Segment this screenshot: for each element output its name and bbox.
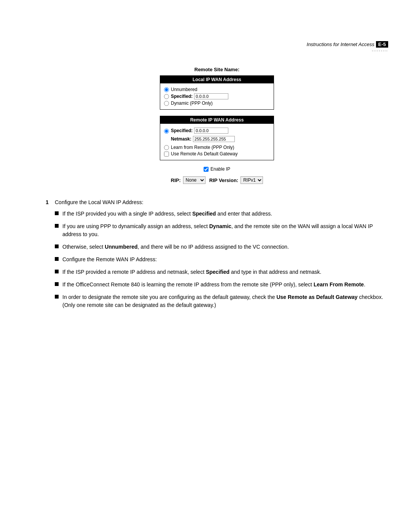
bullet-item: If the ISP provided a remote IP address … <box>55 268 388 276</box>
bullet-icon <box>55 224 59 228</box>
instructions-section: 1 Configure the Local WAN IP Address: If… <box>46 199 388 309</box>
local-wan-panel: Local IP WAN Address Unnumbered Specifie… <box>160 75 274 110</box>
remote-gateway-checkbox[interactable] <box>164 152 169 157</box>
remote-learn-radio[interactable] <box>164 145 169 150</box>
bullet-item: Otherwise, select Unnumbered, and there … <box>55 243 388 251</box>
bullet-text: Otherwise, select Unnumbered, and there … <box>62 243 388 251</box>
remote-gateway-label[interactable]: Use Remote As Default Gateway <box>171 151 237 157</box>
bullet-item: If you are using PPP to dynamically assi… <box>55 222 388 238</box>
remote-specified-input[interactable] <box>194 128 228 134</box>
local-dynamic-radio[interactable] <box>164 101 169 106</box>
rip-version-label: RIP Version: <box>209 177 238 183</box>
remote-wan-panel-body: Specified: Netmask: Learn from Remote (P… <box>160 124 274 160</box>
bullet-icon <box>55 282 59 286</box>
remote-site-name-label: Remote Site Name: <box>194 67 239 72</box>
bullet-text: Configure the Remote WAN IP Address: <box>62 256 388 264</box>
bullet-text: If you are using PPP to dynamically assi… <box>62 222 388 238</box>
remote-specified-section: Specified: Netmask: <box>164 128 270 143</box>
bullet-list: If the ISP provided you with a single IP… <box>55 210 388 309</box>
main-content: Remote Site Name: Local IP WAN Address U… <box>46 67 388 314</box>
bullet-text: If the OfficeConnect Remote 840 is learn… <box>62 281 388 289</box>
remote-wan-panel-header: Remote IP WAN Address <box>160 116 274 124</box>
page-number: E-5 <box>376 41 388 48</box>
enable-ip-checkbox[interactable] <box>204 167 209 172</box>
rip-row: RIP: None RIPv1 RIPv2 RIP Version: RIPv1… <box>171 176 263 184</box>
remote-learn-label[interactable]: Learn from Remote (PPP Only) <box>171 145 234 150</box>
remote-netmask-input[interactable] <box>193 136 235 142</box>
rip-select[interactable]: None RIPv1 RIPv2 <box>183 176 206 184</box>
remote-specified-label: Specified: <box>171 128 193 133</box>
local-unnumbered-label[interactable]: Unnumbered <box>171 87 197 92</box>
local-wan-panel-header: Local IP WAN Address <box>160 76 274 83</box>
bullet-icon <box>55 295 59 299</box>
remote-specified-row: Specified: <box>171 128 235 134</box>
remote-learn-row: Learn from Remote (PPP Only) <box>164 145 270 150</box>
remote-gateway-row: Use Remote As Default Gateway <box>164 151 270 157</box>
bullet-text: If the ISP provided a remote IP address … <box>62 268 388 276</box>
step-1-header: 1 Configure the Local WAN IP Address: <box>46 199 388 205</box>
local-dynamic-row: Dynamic (PPP Only) <box>164 101 270 106</box>
rip-version-select[interactable]: RIPv1 RIPv2 <box>241 176 263 184</box>
local-unnumbered-radio[interactable] <box>164 87 169 92</box>
local-dynamic-label[interactable]: Dynamic (PPP Only) <box>171 101 213 106</box>
header-text: Instructions for Internet Access <box>307 42 374 47</box>
local-specified-label[interactable]: Specified: <box>171 94 194 99</box>
remote-specified-radio[interactable] <box>164 129 169 134</box>
remote-netmask-row: Netmask: <box>171 136 235 142</box>
local-specified-input[interactable] <box>194 93 228 99</box>
bullet-item: If the ISP provided you with a single IP… <box>55 210 388 218</box>
rip-label: RIP: <box>171 177 181 183</box>
header-dots: ········· <box>372 49 388 53</box>
remote-fields: Specified: Netmask: <box>171 128 235 143</box>
enable-ip-row: Enable IP <box>204 166 230 172</box>
step-text: Configure the Local WAN IP Address: <box>55 199 143 205</box>
bullet-item: Configure the Remote WAN IP Address: <box>55 256 388 264</box>
bullet-item: If the OfficeConnect Remote 840 is learn… <box>55 281 388 289</box>
enable-ip-label[interactable]: Enable IP <box>210 166 230 172</box>
local-unnumbered-row: Unnumbered <box>164 87 270 92</box>
bullet-icon <box>55 257 59 261</box>
local-wan-panel-body: Unnumbered Specified: Dynamic (PPP Only) <box>160 83 274 109</box>
bullet-icon <box>55 244 59 248</box>
local-specified-row: Specified: <box>164 93 270 99</box>
page-header: Instructions for Internet Access E-5 <box>307 41 388 48</box>
bullet-item: In order to designate the remote site yo… <box>55 293 388 309</box>
bullet-icon <box>55 211 59 215</box>
local-specified-radio[interactable] <box>164 94 169 99</box>
ui-section: Remote Site Name: Local IP WAN Address U… <box>46 67 388 192</box>
step-number: 1 <box>46 199 55 205</box>
bullet-icon <box>55 270 59 273</box>
remote-wan-panel: Remote IP WAN Address Specified: Netmask… <box>160 116 274 160</box>
bullet-text: In order to designate the remote site yo… <box>62 293 388 309</box>
bullet-text: If the ISP provided you with a single IP… <box>62 210 388 218</box>
remote-netmask-label: Netmask: <box>171 136 191 142</box>
